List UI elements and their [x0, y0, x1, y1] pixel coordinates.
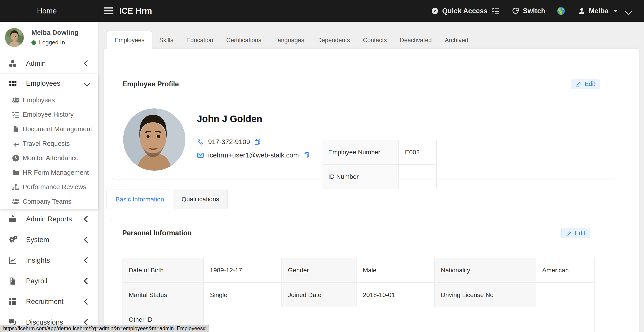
user-avatar[interactable]: [4, 28, 24, 47]
sidebar-item-company-teams[interactable]: Company Teams: [0, 194, 98, 209]
sidebar-item-document-management[interactable]: Document Management: [0, 122, 98, 136]
sitemap-icon: [12, 183, 20, 191]
chevron-down-icon: [84, 80, 90, 87]
personal-information-title: Personal Information: [122, 229, 192, 237]
nationality-value: American: [536, 258, 595, 283]
chart-line-icon: [8, 256, 17, 265]
sidebar-item-employees[interactable]: Employees: [0, 93, 98, 107]
employee-name: John J Golden: [197, 114, 262, 124]
app-title: ICE Hrm: [119, 0, 152, 22]
user-menu[interactable]: Melba: [578, 0, 618, 22]
checklist-icon: [12, 111, 20, 118]
caret-down-icon: [614, 10, 618, 12]
chevron-down-icon: [624, 7, 633, 15]
tab-deactivated[interactable]: Deactivated: [393, 31, 438, 49]
employee-photo: [123, 108, 186, 171]
phone-icon: [197, 138, 204, 145]
chevron-left-icon: [84, 216, 90, 222]
marital-status-value: Single: [204, 283, 282, 307]
users-icon: [12, 198, 20, 205]
pencil-icon: [576, 81, 582, 87]
users-icon: [12, 96, 20, 104]
main-content-panel: Employee Profile Edit: [104, 49, 638, 332]
quick-access-button[interactable]: Quick Access: [431, 0, 488, 22]
table-row: Employee Number E002: [322, 140, 436, 165]
sidebar-group-payroll[interactable]: Payroll: [0, 271, 98, 291]
file-invoice-icon: [8, 277, 17, 285]
tab-contacts[interactable]: Contacts: [356, 31, 393, 49]
chevron-left-icon: [84, 278, 90, 284]
status-url: https://icehrm.com/app/demo-icehrm/?g=ad…: [3, 325, 206, 331]
book-reader-icon: [8, 215, 17, 223]
checklist-icon: [492, 7, 500, 15]
sidebar-item-hr-form-management[interactable]: HR Form Management: [0, 165, 98, 180]
mail-icon: [197, 152, 204, 159]
switch-icon: [512, 7, 519, 15]
tab-employees[interactable]: Employees: [106, 31, 153, 49]
sidebar-group-admin[interactable]: Admin: [0, 53, 98, 74]
pencil-icon: [566, 230, 572, 236]
browser-status-bar: https://icehrm.com/app/demo-icehrm/?g=ad…: [0, 325, 209, 332]
employee-profile-title: Employee Profile: [122, 80, 179, 88]
tab-basic-information[interactable]: Basic Information: [106, 190, 173, 209]
copy-icon[interactable]: [254, 138, 261, 145]
date-of-birth-value: 1989-12-17: [204, 258, 282, 283]
other-id-value: [204, 307, 595, 332]
plane-icon: [12, 140, 20, 147]
tab-qualifications[interactable]: Qualifications: [173, 190, 228, 209]
grid-icon: [8, 79, 17, 88]
copy-icon[interactable]: [303, 152, 310, 159]
personal-information-edit-button[interactable]: Edit: [561, 228, 590, 238]
sidebar-group-insights[interactable]: Insights: [0, 250, 98, 271]
sidebar-item-performance-reviews[interactable]: Performance Reviews: [0, 180, 98, 194]
chevron-left-icon: [84, 236, 90, 243]
tab-languages[interactable]: Languages: [268, 31, 311, 49]
chevron-left-icon: [84, 60, 90, 67]
tab-certifications[interactable]: Certifications: [220, 31, 268, 49]
person-icon: [578, 8, 585, 15]
sidebar: Melba Dowling Logged In Admin Employees …: [0, 22, 98, 332]
tab-education[interactable]: Education: [180, 31, 220, 49]
tasks-button[interactable]: [492, 0, 500, 22]
sidebar-item-employee-history[interactable]: Employee History: [0, 107, 98, 122]
id-number-value: [399, 165, 436, 189]
personal-information-card: Personal Information Edit Date of Birth …: [111, 219, 605, 332]
chevron-left-icon: [84, 257, 90, 264]
grid-icon: [8, 297, 17, 306]
chevron-left-icon: [84, 298, 90, 305]
hamburger-menu-icon[interactable]: [104, 0, 114, 22]
table-row: ID Number: [322, 165, 436, 189]
tab-skills[interactable]: Skills: [153, 31, 180, 49]
tab-dependents[interactable]: Dependents: [311, 31, 356, 49]
sidebar-group-system[interactable]: System: [0, 229, 98, 250]
cubes-icon: [8, 59, 17, 68]
employee-phone[interactable]: 917-372-9109: [208, 138, 250, 146]
top-bar: Home ICE Hrm Quick Access Switch Melba: [0, 0, 644, 22]
clock-icon: [12, 154, 20, 162]
driving-license-value: [536, 283, 595, 307]
home-menu[interactable]: Home: [37, 0, 57, 22]
sidebar-group-employees-card: Employees Employees Employee History Doc…: [0, 74, 98, 209]
profile-sub-tab-bar: Basic Information Qualifications: [104, 190, 638, 209]
gears-icon: [8, 235, 17, 244]
sidebar-user-name: Melba Dowling: [32, 29, 78, 36]
employee-profile-edit-button[interactable]: Edit: [571, 79, 600, 89]
sidebar-item-monitor-attendance[interactable]: Monitor Attendance: [0, 151, 98, 165]
employee-email[interactable]: icehrm+user1@web-stalk.com: [208, 151, 299, 159]
tab-archived[interactable]: Archived: [438, 31, 475, 49]
sidebar-group-employees[interactable]: Employees: [0, 74, 98, 93]
gender-value: Male: [356, 258, 434, 283]
sidebar-group-recruitment[interactable]: Recruitment: [0, 291, 98, 312]
sidebar-item-travel-requests[interactable]: Travel Requests: [0, 136, 98, 151]
sidebar-profile: Melba Dowling Logged In: [0, 22, 98, 53]
language-button[interactable]: [556, 0, 566, 22]
icehrm-app: Home ICE Hrm Quick Access Switch Melba: [0, 0, 644, 332]
switch-button[interactable]: Switch: [512, 0, 545, 22]
compass-icon: [431, 7, 438, 15]
joined-date-value: 2018-10-01: [356, 283, 434, 307]
globe-icon: [556, 7, 566, 16]
collapse-topbar-button[interactable]: [626, 0, 632, 22]
personal-information-table: Date of Birth 1989-12-17 Gender Male Nat…: [122, 258, 595, 332]
employee-profile-card: Employee Profile Edit: [112, 71, 615, 179]
sidebar-group-admin-reports[interactable]: Admin Reports: [0, 209, 98, 229]
